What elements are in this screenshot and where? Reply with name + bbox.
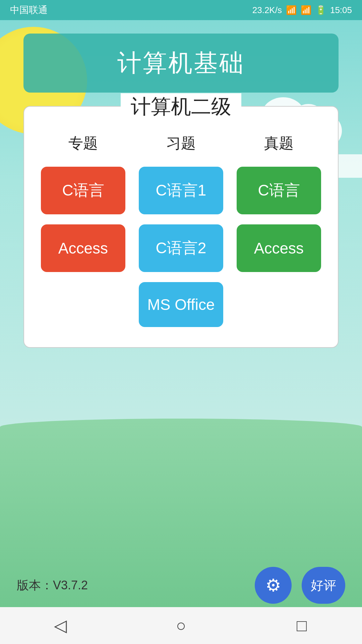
status-right: 23.2K/s 📶 📶 🔋 15:05 (252, 5, 352, 15)
nav-bar: ◁ ○ □ (0, 607, 362, 644)
button-grid: 专题 习题 真题 C语言 C语言1 C语言 Access C语言2 Access… (41, 130, 321, 327)
nav-home-button[interactable]: ○ (168, 612, 194, 639)
nav-back-button[interactable]: ◁ (47, 612, 74, 639)
back-icon: ◁ (54, 616, 67, 635)
version-label: 版本：V3.7.2 (17, 577, 88, 594)
section-title: 计算机二级 (131, 95, 231, 118)
battery-icon: 🔋 (315, 5, 326, 15)
main-content: 计算机基础 计算机二级 专题 习题 真题 C语言 C语言1 C语言 Access… (0, 20, 362, 348)
review-button[interactable]: 好评 (302, 567, 345, 604)
main-title: 计算机基础 (117, 49, 245, 76)
network-speed: 23.2K/s (252, 5, 282, 15)
bottom-buttons: ⚙ 好评 (255, 567, 345, 604)
nav-recents-button[interactable]: □ (288, 612, 315, 639)
recents-icon: □ (297, 616, 307, 635)
btn-zhuanti-c[interactable]: C语言 (41, 167, 125, 214)
main-title-banner: 计算机基础 (23, 34, 339, 93)
btn-xiti-c2[interactable]: C语言2 (139, 224, 223, 272)
section-title-wrapper: 计算机二级 (121, 93, 241, 120)
signal-icon: 📶 (301, 5, 311, 15)
status-bar: 中国联通 23.2K/s 📶 📶 🔋 15:05 (0, 0, 362, 20)
home-icon: ○ (176, 616, 186, 635)
carrier-label: 中国联通 (10, 4, 48, 16)
clock: 15:05 (330, 5, 352, 15)
bottom-area: 版本：V3.7.2 ⚙ 好评 (0, 567, 362, 604)
settings-icon: ⚙ (265, 575, 281, 595)
section-card: 计算机二级 专题 习题 真题 C语言 C语言1 C语言 Access C语言2 … (23, 106, 339, 348)
col-header-3: 真题 (237, 130, 321, 157)
btn-xiti-c1[interactable]: C语言1 (139, 167, 223, 214)
btn-zhuanti-access[interactable]: Access (41, 224, 125, 272)
col-header-2: 习题 (139, 130, 223, 157)
btn-xiti-msoffice[interactable]: MS Office (139, 282, 223, 327)
col-header-1: 专题 (41, 130, 125, 157)
settings-button[interactable]: ⚙ (255, 567, 292, 604)
btn-zhenti-c[interactable]: C语言 (237, 167, 321, 214)
btn-zhenti-access[interactable]: Access (237, 224, 321, 272)
wifi-icon: 📶 (286, 5, 297, 15)
